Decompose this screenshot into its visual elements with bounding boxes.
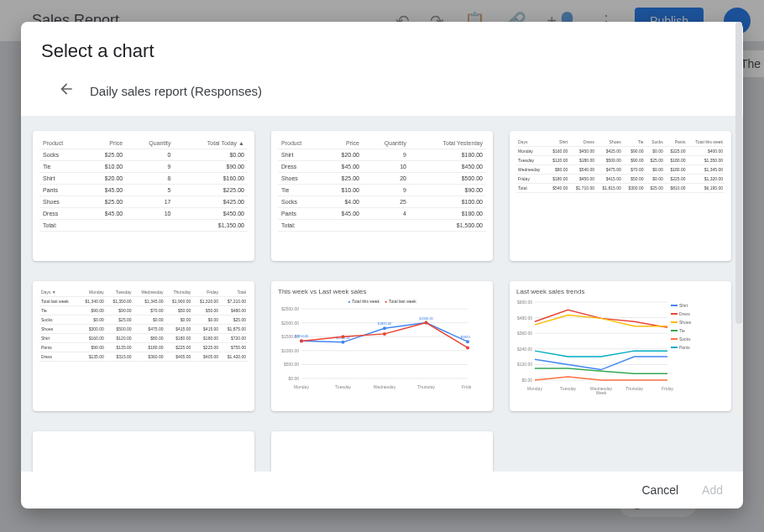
table-row: Pants$90.00$135.00$180.00$225.00$225.00$…	[39, 343, 248, 352]
svg-text:$1000.00: $1000.00	[281, 348, 299, 353]
table-cell: $0.00	[192, 316, 220, 325]
table-cell: Total last week	[39, 297, 78, 306]
table-cell: 8	[126, 173, 174, 185]
chart-title: This week vs Last week sales	[278, 288, 486, 295]
table-cell: $500.00	[596, 156, 623, 165]
column-header: Product	[39, 138, 85, 149]
table-cell: $425.00	[174, 196, 248, 208]
arrow-back-icon[interactable]	[58, 81, 75, 101]
table-row: Total:$1,350.00	[39, 220, 248, 232]
table-cell: $300.00	[623, 184, 646, 193]
chart-card-table-today[interactable]: ProductPriceQuantityTotal Today ▲ Socks$…	[33, 131, 254, 261]
table-cell: $225.00	[165, 343, 193, 352]
table-cell: $225.00	[174, 185, 248, 196]
chart-card-line-trends[interactable]: Last week sales trends $0.00$120.00$240.…	[510, 281, 731, 411]
table-cell: $90.00	[78, 306, 106, 316]
table-row: Shirt$20.009$180.00	[278, 149, 486, 161]
table-yesterday: ProductPriceQuantityTotal Yesterday Shir…	[278, 138, 486, 232]
table-row: Socks$4.0025$100.00	[278, 196, 486, 208]
line-chart-svg: $0.00$500.00$1000.00$1500.00$2000.00$250…	[278, 305, 471, 394]
chart-card-line-week-compare[interactable]: This week vs Last week sales Total this …	[271, 281, 493, 411]
svg-text:$2000.00: $2000.00	[419, 316, 433, 321]
chart-card-table-yesterday[interactable]: ProductPriceQuantityTotal Yesterday Shir…	[271, 131, 493, 261]
column-header: Tuesday	[106, 288, 133, 297]
table-cell: $425.00	[596, 147, 623, 156]
column-header: Price	[85, 138, 126, 149]
table-cell: $180.00	[165, 334, 193, 343]
table-cell: $1,815.00	[596, 184, 623, 193]
svg-point-28	[342, 335, 345, 338]
svg-text:Week: Week	[596, 390, 607, 395]
table-cell: $755.00	[220, 343, 248, 352]
table-cell: $415.00	[596, 175, 623, 184]
table-cell: $720.00	[220, 334, 248, 343]
table-row: Shoes$300.00$500.00$475.00$415.00$415.00…	[39, 325, 248, 334]
svg-text:Thursday: Thursday	[625, 386, 643, 391]
svg-text:Wednesday: Wednesday	[374, 384, 396, 389]
table-cell: $400.00	[687, 147, 725, 156]
table-cell: $45.00	[322, 161, 363, 173]
table-cell: $1,345.00	[133, 297, 165, 306]
svg-point-21	[383, 326, 386, 330]
column-header: Wednesday	[133, 288, 165, 297]
svg-point-25	[466, 340, 469, 343]
table-cell: $90.00	[623, 156, 646, 165]
column-header: Total	[220, 288, 248, 297]
table-cell	[126, 220, 174, 232]
chart-card-placeholder-2[interactable]	[271, 431, 493, 472]
table-cell: Wednesday	[516, 165, 547, 175]
column-header: Socks	[645, 138, 664, 147]
table-cell	[363, 220, 410, 232]
svg-text:$1800.00: $1800.00	[378, 321, 392, 326]
select-chart-modal: Select a chart Daily sales report (Respo…	[21, 22, 743, 509]
table-cell: $90.00	[410, 185, 486, 196]
table-cell: $90.00	[174, 161, 248, 173]
svg-text:$1350.00: $1350.00	[295, 334, 309, 338]
svg-rect-57	[671, 338, 678, 340]
svg-text:$600.00: $600.00	[517, 300, 532, 305]
svg-text:$480.00: $480.00	[517, 316, 532, 321]
svg-point-30	[425, 321, 428, 325]
table-row: Dress$45.0010$450.00	[39, 208, 248, 220]
chart-card-table-last-week[interactable]: Days ▼MondayTuesdayWednesdayThursdayFrid…	[33, 281, 254, 411]
modal-footer: Cancel Add	[21, 472, 743, 509]
table-cell: $360.00	[133, 352, 165, 362]
svg-text:Tie: Tie	[679, 328, 685, 333]
table-cell: $70.00	[623, 165, 646, 175]
table-cell: Socks	[39, 149, 85, 161]
svg-point-29	[383, 332, 386, 336]
table-cell: $25.00	[85, 149, 126, 161]
table-cell: $50.00	[165, 306, 193, 316]
modal-overlay: Select a chart Daily sales report (Respo…	[0, 0, 764, 532]
table-cell: $50.00	[623, 175, 646, 184]
table-cell: $45.00	[85, 208, 126, 220]
table-cell: Shoes	[278, 173, 322, 185]
table-cell: $180.00	[569, 156, 596, 165]
table-cell: Pants	[39, 343, 78, 352]
scrollbar[interactable]	[735, 22, 742, 416]
table-cell: $180.00	[133, 343, 165, 352]
table-cell: $10.00	[85, 161, 126, 173]
chart-card-placeholder-1[interactable]	[33, 431, 254, 472]
table-row: Socks$25.000$0.00	[39, 149, 248, 161]
table-row: Shirt$20.008$160.00	[39, 173, 248, 185]
table-cell: $475.00	[596, 165, 623, 175]
table-cell: $0.00	[645, 147, 664, 156]
chart-card-table-weekly-product[interactable]: DaysShirtDressShoesTieSocksPantsTotal th…	[510, 131, 731, 261]
table-row: Shirt$160.00$120.00$80.00$180.00$180.00$…	[39, 334, 248, 343]
table-cell: Tie	[39, 306, 78, 316]
table-cell: $25.00	[645, 156, 664, 165]
add-button[interactable]: Add	[702, 483, 723, 497]
table-row: Tuesday$120.00$180.00$500.00$90.00$25.00…	[516, 156, 725, 165]
scrollbar-thumb[interactable]	[735, 22, 742, 324]
table-cell: $1,900.00	[165, 297, 193, 306]
svg-text:Tuesday: Tuesday	[335, 384, 351, 389]
table-cell: Total:	[278, 220, 322, 232]
table-cell: $225.00	[192, 343, 220, 352]
svg-text:Pants: Pants	[679, 345, 690, 350]
table-cell: $0.00	[174, 149, 248, 161]
cancel-button[interactable]: Cancel	[641, 483, 678, 497]
table-cell: $415.00	[165, 325, 193, 334]
table-cell: $180.00	[665, 165, 688, 175]
table-row: Pants$45.005$225.00	[39, 185, 248, 196]
